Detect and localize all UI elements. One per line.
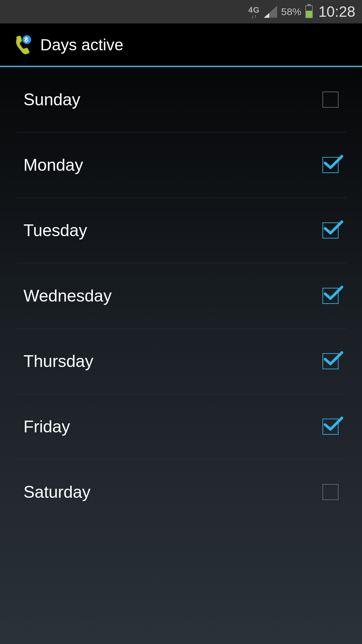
checkmark-icon <box>324 350 343 367</box>
network-type-icon: 4G ↓↑ <box>248 5 260 18</box>
day-item-tuesday[interactable]: Tuesday <box>16 198 346 263</box>
day-label: Thursday <box>23 352 93 371</box>
checkbox-saturday[interactable] <box>322 484 339 500</box>
day-item-friday[interactable]: Friday <box>16 394 346 460</box>
action-bar: Days active <box>0 23 362 67</box>
day-label: Wednesday <box>23 286 112 306</box>
checkmark-icon <box>324 154 343 171</box>
day-item-sunday[interactable]: Sunday <box>16 67 346 132</box>
day-item-thursday[interactable]: Thursday <box>16 329 346 394</box>
checkbox-sunday[interactable] <box>322 92 339 108</box>
day-list: Sunday Monday Tuesday Wednesday <box>0 67 362 525</box>
checkbox-thursday[interactable] <box>322 353 339 369</box>
clock: 10:28 <box>318 3 355 20</box>
day-item-saturday[interactable]: Saturday <box>16 460 346 525</box>
page-title: Days active <box>40 36 123 54</box>
checkmark-icon <box>324 284 343 302</box>
battery-icon <box>305 5 313 18</box>
checkmark-icon <box>324 219 343 236</box>
day-label: Sunday <box>23 90 80 109</box>
checkbox-wednesday[interactable] <box>322 288 339 304</box>
checkmark-icon <box>324 415 343 433</box>
day-item-monday[interactable]: Monday <box>16 132 346 198</box>
day-label: Saturday <box>23 482 90 502</box>
status-bar: 4G ↓↑ 58% 10:28 <box>0 0 362 23</box>
network-activity-icon: ↓↑ <box>251 15 257 18</box>
checkbox-friday[interactable] <box>322 419 339 435</box>
day-label: Monday <box>23 155 83 175</box>
day-label: Friday <box>23 417 70 436</box>
battery-percentage: 58% <box>281 6 301 17</box>
checkbox-tuesday[interactable] <box>322 222 339 238</box>
day-item-wednesday[interactable]: Wednesday <box>16 263 346 329</box>
app-icon <box>12 35 32 55</box>
day-label: Tuesday <box>23 221 87 240</box>
signal-strength-icon <box>264 6 277 18</box>
checkbox-monday[interactable] <box>322 157 339 173</box>
